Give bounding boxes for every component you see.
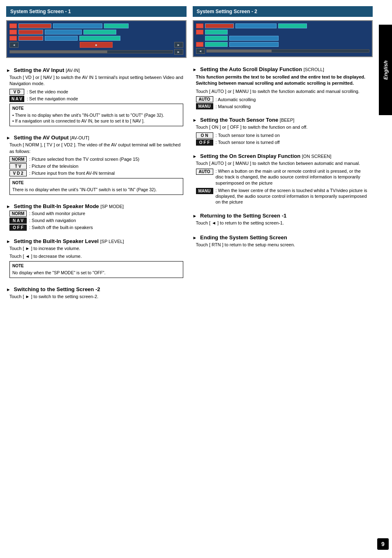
right-section-header: System Setting Screen - 2 — [193, 6, 373, 17]
page-container: English System Setting Screen - 1 — [0, 0, 392, 558]
return-screen1-title: Returning to the Setting Screen -1 — [193, 213, 373, 219]
side-tab-text: English — [383, 60, 389, 80]
switch-screen2-body: Touch [ ► ] to switch to the setting scr… — [9, 294, 187, 300]
sp-mode-section: Setting the Built-In Speaker Mode [SP MO… — [6, 200, 187, 232]
page-number: 9 — [377, 538, 389, 550]
touch-sensor-section: Setting the Touch Sensor Tone [BEEP] Tou… — [193, 113, 373, 146]
sp-mode-label-off: O F F : Switch off the built-in speakers — [9, 225, 183, 231]
av-output-title: Setting the AV Output [AV-OUT] — [6, 134, 187, 141]
auto-scroll-label-auto: AUTO : Automatic scrolling — [196, 96, 370, 102]
av-output-note: NOTE There is no display when the unit's… — [9, 178, 183, 195]
av-input-body: Touch [ VD ] or [ NAV ] to switch the AV… — [9, 74, 187, 87]
av-input-section: Setting the AV Input [AV-IN] Touch [ VD … — [6, 64, 187, 128]
screen1-mockup: ◄ ■ ► ► — [6, 20, 187, 58]
left-section-header: System Setting Screen - 1 — [6, 6, 187, 17]
auto-scroll-body: Touch [ AUTO ] or [ MANU ] to switch the… — [196, 88, 373, 95]
touch-sensor-label-on: O N : Touch sensor tone is turned on — [196, 132, 370, 139]
right-column: System Setting Screen - 2 — [193, 6, 373, 552]
av-input-label-vd: V D : Set the video mode — [9, 89, 183, 95]
sp-mode-label-norm: NORM : Sound with monitor picture — [9, 211, 183, 217]
sp-mode-label-nav: N A V : Sound with navigation — [9, 218, 183, 224]
sp-level-title: Setting the Built-In Speaker Level [SP L… — [6, 238, 187, 244]
touch-sensor-title: Setting the Touch Sensor Tone [BEEP] — [193, 117, 373, 123]
sp-level-section: Setting the Built-In Speaker Level [SP L… — [6, 235, 187, 280]
on-screen-label-auto: AUTO : When a button on the main unit or… — [196, 168, 370, 186]
on-screen-body: Touch [ AUTO ] or [ MANU ] to switch the… — [196, 160, 373, 167]
ending-body: Touch [ RTN ] to return to the setup men… — [196, 242, 373, 248]
sp-level-note: NOTE No display when the "SP MODE" is se… — [9, 261, 183, 278]
left-column: System Setting Screen - 1 — [6, 6, 187, 552]
av-output-section: Setting the AV Output [AV-OUT] Touch [ N… — [6, 131, 187, 196]
screen2-mockup: ◄ — [193, 20, 373, 57]
ending-title: Ending the System Setting Screen — [193, 234, 373, 241]
on-screen-label-manu: MANU : When the lower centre of the scre… — [196, 188, 370, 205]
av-output-label-vd2: V D 2 : Picture input from the front AV-… — [9, 170, 183, 176]
auto-scroll-bold: This function permits the text to be scr… — [196, 74, 370, 87]
sp-mode-title: Setting the Built-In Speaker Mode [SP MO… — [6, 203, 187, 209]
return-screen1-body: Touch [ ◄ ] to return to the setting scr… — [196, 220, 373, 226]
main-content: System Setting Screen - 1 — [0, 0, 379, 558]
auto-scroll-label-manu: MANU : Manual scrolling — [196, 103, 370, 109]
switch-screen2-title: Switching to the Setting Screen -2 — [6, 286, 187, 292]
side-tab: English — [379, 25, 392, 115]
av-input-label-nav: N A V : Set the navigation mode — [9, 96, 183, 102]
switch-screen2-section: Switching to the Setting Screen -2 Touch… — [6, 283, 187, 301]
sp-level-body2: Touch [ ◄ ] to decrease the volume. — [9, 253, 187, 259]
av-output-label-tv: T V : Picture of the television — [9, 163, 183, 169]
sp-level-body1: Touch [ ► ] to increase the volume. — [9, 245, 187, 252]
av-output-body: Touch [ NORM ], [ TV ] or [ VD2 ]. The v… — [9, 142, 187, 155]
return-screen1-section: Returning to the Setting Screen -1 Touch… — [193, 209, 373, 228]
on-screen-section: Setting the On Screen Display Function [… — [193, 150, 373, 206]
auto-scroll-section: Setting the Auto Scroll Display Function… — [193, 63, 373, 110]
on-screen-title: Setting the On Screen Display Function [… — [193, 153, 373, 159]
ending-section: Ending the System Setting Screen Touch [… — [193, 231, 373, 250]
auto-scroll-title: Setting the Auto Scroll Display Function… — [193, 66, 373, 72]
touch-sensor-label-off: O F F : Touch sensor tone is turned off — [196, 139, 370, 146]
av-input-note: NOTE • There is no display when the unit… — [9, 104, 183, 126]
av-output-label-norm: NORM : Picture selected from the TV cont… — [9, 156, 183, 162]
av-input-title: Setting the AV Input [AV-IN] — [6, 67, 187, 73]
touch-sensor-body: Touch [ ON ] or [ OFF ] to switch the fu… — [196, 124, 373, 130]
